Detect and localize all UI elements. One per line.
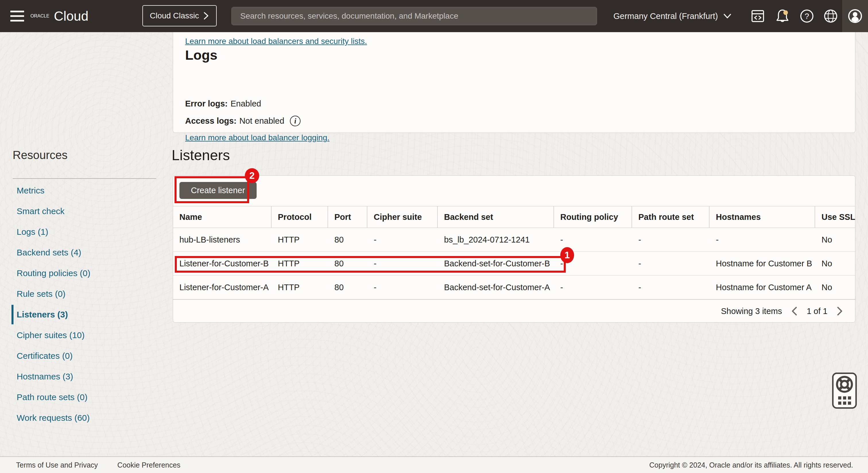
cell-protocol: HTTP bbox=[272, 276, 328, 299]
cell-port: 80 bbox=[328, 228, 367, 251]
cloud-classic-button[interactable]: Cloud Classic bbox=[143, 5, 217, 26]
menu-icon[interactable] bbox=[10, 10, 25, 22]
sidebar-item-certificates[interactable]: Certificates (0) bbox=[0, 346, 173, 366]
info-icon[interactable]: i bbox=[290, 116, 301, 126]
items-summary: Showing 3 items bbox=[721, 307, 782, 316]
cell-backend-set: bs_lb_2024-0712-1241 bbox=[438, 228, 554, 251]
sidebar-title: Resources bbox=[12, 149, 67, 162]
create-listener-button[interactable]: Create listener bbox=[179, 182, 257, 199]
sidebar-item-rule-sets[interactable]: Rule sets (0) bbox=[0, 284, 173, 304]
copyright-text: Copyright © 2024, Oracle and/or its affi… bbox=[649, 461, 853, 469]
help-icon[interactable]: ? bbox=[798, 0, 816, 32]
table-header-row: Name Protocol Port Cipher suite Backend … bbox=[173, 206, 855, 228]
cell-cipher-suite: - bbox=[367, 276, 438, 299]
cell-hostnames: - bbox=[710, 228, 815, 251]
sidebar-item-logs[interactable]: Logs (1) bbox=[0, 222, 173, 242]
cell-use-ssl: No bbox=[815, 276, 855, 299]
brand-oracle: ORACLE bbox=[30, 13, 50, 19]
code-console-icon[interactable] bbox=[749, 0, 767, 32]
error-logs-row: Error logs: Enabled bbox=[185, 99, 261, 108]
oracle-cloud-logo[interactable]: ORACLE Cloud bbox=[30, 0, 88, 32]
table-pagination: Showing 3 items 1 of 1 bbox=[173, 299, 855, 323]
cloud-classic-label: Cloud Classic bbox=[150, 11, 199, 20]
page-indicator: 1 of 1 bbox=[807, 307, 828, 316]
access-logs-label: Access logs: bbox=[185, 116, 237, 126]
cell-port: 80 bbox=[328, 276, 367, 299]
error-logs-label: Error logs: bbox=[185, 99, 228, 108]
next-page-icon[interactable] bbox=[836, 306, 844, 316]
cell-name: hub-LB-listeners bbox=[173, 228, 272, 251]
previous-page-icon[interactable] bbox=[790, 306, 798, 316]
region-selector[interactable]: Germany Central (Frankfurt) bbox=[613, 0, 732, 32]
cell-routing-policy: - bbox=[554, 252, 632, 275]
cell-hostnames: Hostname for Customer A bbox=[710, 276, 815, 299]
column-header-protocol: Protocol bbox=[272, 207, 328, 228]
access-logs-row: Access logs: Not enabled i bbox=[185, 116, 301, 126]
life-buoy-icon bbox=[834, 374, 856, 407]
cell-path-route-set: - bbox=[632, 228, 710, 251]
region-label: Germany Central (Frankfurt) bbox=[613, 11, 718, 21]
table-row-listener-for-customer-a[interactable]: Listener-for-Customer-A HTTP 80 - Backen… bbox=[173, 276, 855, 299]
sidebar-item-listeners[interactable]: Listeners (3) bbox=[0, 304, 173, 325]
cell-routing-policy: - bbox=[554, 276, 632, 299]
brand-cloud: Cloud bbox=[54, 8, 88, 24]
column-header-backend-set: Backend set bbox=[438, 207, 554, 228]
sidebar-item-hostnames[interactable]: Hostnames (3) bbox=[0, 366, 173, 387]
top-navigation-bar: ORACLE Cloud Cloud Classic Germany Centr… bbox=[0, 0, 868, 32]
column-header-routing-policy: Routing policy bbox=[554, 207, 632, 228]
sidebar-divider bbox=[12, 178, 156, 179]
cell-protocol: HTTP bbox=[272, 252, 328, 275]
listeners-table: Name Protocol Port Cipher suite Backend … bbox=[173, 206, 855, 299]
table-row-listener-for-customer-b[interactable]: Listener-for-Customer-B HTTP 80 - Backen… bbox=[173, 252, 855, 276]
cell-hostnames: Hostname for Customer B bbox=[710, 252, 815, 275]
sidebar-item-path-route-sets[interactable]: Path route sets (0) bbox=[0, 387, 173, 408]
cell-use-ssl: No bbox=[815, 228, 855, 251]
cell-cipher-suite: - bbox=[367, 252, 438, 275]
cell-backend-set: Backend-set-for-Customer-B bbox=[438, 252, 554, 275]
globe-language-icon[interactable] bbox=[822, 0, 840, 32]
listeners-section-title: Listeners bbox=[172, 147, 230, 164]
cell-port: 80 bbox=[328, 252, 367, 275]
cell-cipher-suite: - bbox=[367, 228, 438, 251]
security-lists-link[interactable]: Learn more about load balancers and secu… bbox=[185, 37, 367, 46]
column-header-cipher-suite: Cipher suite bbox=[367, 207, 438, 228]
column-header-path-route-set: Path route set bbox=[632, 207, 710, 228]
annotation-badge-2: 2 bbox=[245, 168, 259, 183]
error-logs-value: Enabled bbox=[230, 99, 261, 108]
cell-path-route-set: - bbox=[632, 276, 710, 299]
cell-name: Listener-for-Customer-A bbox=[173, 276, 272, 299]
access-logs-value: Not enabled bbox=[239, 116, 284, 126]
page-footer: Terms of Use and Privacy Cookie Preferen… bbox=[0, 456, 868, 473]
search-input[interactable] bbox=[231, 7, 597, 25]
svg-text:?: ? bbox=[805, 12, 809, 21]
column-header-port: Port bbox=[328, 207, 367, 228]
sidebar-item-smart-check[interactable]: Smart check bbox=[0, 201, 173, 222]
table-row-hub-lb-listeners[interactable]: hub-LB-listeners HTTP 80 - bs_lb_2024-07… bbox=[173, 228, 855, 252]
support-widget-button[interactable] bbox=[832, 373, 857, 409]
chevron-down-icon bbox=[723, 13, 732, 19]
sidebar-item-metrics[interactable]: Metrics bbox=[0, 180, 173, 201]
sidebar-item-backend-sets[interactable]: Backend sets (4) bbox=[0, 242, 173, 263]
user-avatar-icon[interactable] bbox=[846, 0, 864, 32]
cookie-preferences-link[interactable]: Cookie Preferences bbox=[117, 461, 181, 469]
lb-logging-link[interactable]: Learn more about load balancer logging. bbox=[185, 133, 330, 143]
listeners-table-panel: Create listener 2 Name Protocol Port Cip… bbox=[173, 176, 856, 323]
cell-routing-policy: - bbox=[554, 228, 632, 251]
terms-link[interactable]: Terms of Use and Privacy bbox=[16, 461, 98, 469]
logs-section-title: Logs bbox=[185, 47, 217, 63]
profile-strip bbox=[842, 0, 868, 32]
cell-name: Listener-for-Customer-B bbox=[173, 252, 272, 275]
sidebar-item-routing-policies[interactable]: Routing policies (0) bbox=[0, 263, 173, 284]
oracle-cloud-console: ORACLE Cloud Cloud Classic Germany Centr… bbox=[0, 0, 868, 473]
cell-backend-set: Backend-set-for-Customer-A bbox=[438, 276, 554, 299]
column-header-hostnames: Hostnames bbox=[710, 207, 815, 228]
column-header-name: Name bbox=[173, 207, 272, 228]
column-header-use-ssl: Use SSL bbox=[815, 207, 855, 228]
cell-path-route-set: - bbox=[632, 252, 710, 275]
sidebar-nav: Metrics Smart check Logs (1) Backend set… bbox=[0, 180, 173, 428]
logs-panel: Learn more about load balancers and secu… bbox=[173, 32, 856, 133]
sidebar-item-cipher-suites[interactable]: Cipher suites (10) bbox=[0, 325, 173, 346]
notification-bell-icon[interactable] bbox=[773, 0, 792, 32]
cell-protocol: HTTP bbox=[272, 228, 328, 251]
sidebar-item-work-requests[interactable]: Work requests (60) bbox=[0, 408, 173, 428]
